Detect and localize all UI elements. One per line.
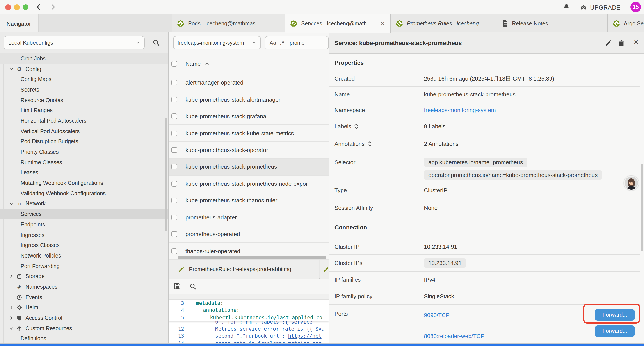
sidebar-item-priority-classes[interactable]: Priority Classes: [0, 147, 168, 157]
search-input[interactable]: Aa .* prome: [265, 36, 329, 49]
table-row[interactable]: kube-prometheus-stack-kube-state-metrics: [169, 125, 329, 142]
chevron-right-icon[interactable]: [9, 316, 14, 320]
row-checkbox[interactable]: [172, 231, 177, 237]
editor-tab-next[interactable]: [320, 260, 329, 279]
editor-tab-prometheusrule[interactable]: PrometheusRule: freeleaps-prod-rabbitmq: [169, 260, 319, 279]
sidebar-search-icon[interactable]: [153, 39, 160, 46]
sidebar-item-validating-webhook-configurations[interactable]: Validating Webhook Configurations: [0, 188, 168, 199]
port-link-9090[interactable]: 9090/TCP: [424, 312, 450, 318]
row-checkbox[interactable]: [172, 181, 177, 187]
sidebar-item-services[interactable]: Services: [0, 209, 168, 219]
sidebar-item-custom-resources[interactable]: Custom Resources: [0, 323, 168, 334]
detail-scrollbar[interactable]: [641, 164, 643, 251]
sidebar-item-helm[interactable]: Helm: [0, 303, 168, 313]
sidebar-item-config[interactable]: ⚙Config: [0, 64, 168, 74]
namespace-select[interactable]: freeleaps-monitoring-system: [173, 36, 261, 49]
close-window-button[interactable]: [5, 4, 11, 10]
tab-pods[interactable]: Pods - icecheng@mathmas...: [172, 14, 285, 32]
chevron-down-icon[interactable]: [9, 202, 14, 206]
row-checkbox[interactable]: [172, 164, 177, 170]
editor-search-icon[interactable]: [190, 283, 196, 289]
connection-row-ip-families: IP families IPv4: [329, 272, 640, 288]
chevron-down-icon[interactable]: [9, 326, 14, 331]
table-row[interactable]: kube-prometheus-stack-thanos-ruler: [169, 192, 329, 209]
sidebar-item-vertical-pod-autoscalers[interactable]: Vertical Pod Autoscalers: [0, 126, 168, 136]
zoom-window-button[interactable]: [23, 4, 28, 10]
sidebar-item-network[interactable]: ↑↓Network: [0, 199, 168, 209]
sidebar-item-access-control[interactable]: Access Control: [0, 313, 168, 323]
horizontal-scrollbar[interactable]: [178, 256, 326, 259]
sidebar-item-cron-jobs[interactable]: Cron Jobs: [0, 53, 168, 64]
forward-button-8080[interactable]: Forward...: [595, 326, 635, 337]
sidebar-item-secrets[interactable]: Secrets: [0, 84, 168, 95]
sidebar-item-events[interactable]: Events: [0, 292, 168, 303]
namespace-link[interactable]: freeleaps-monitoring-system: [424, 107, 496, 113]
row-checkbox[interactable]: [172, 248, 177, 254]
row-checkbox[interactable]: [172, 113, 177, 119]
table-row[interactable]: kube-prometheus-stack-prometheus-node-ex…: [169, 175, 329, 192]
yaml-url-link[interactable]: https://net: [288, 333, 321, 339]
navigator-tree: Cron Jobs ⚙Config Config Maps Secrets Re…: [0, 53, 168, 346]
chevron-down-icon[interactable]: [9, 67, 14, 71]
expand-collapse-icon[interactable]: [368, 141, 372, 146]
sidebar-item-network-policies[interactable]: Network Policies: [0, 251, 168, 261]
row-checkbox[interactable]: [172, 97, 177, 102]
close-icon[interactable]: ✕: [634, 38, 638, 45]
expand-collapse-icon[interactable]: [354, 123, 358, 129]
sidebar-item-runtime-classes[interactable]: Runtime Classes: [0, 157, 168, 168]
sidebar-item-storage[interactable]: Storage: [0, 271, 168, 282]
chevron-right-icon[interactable]: [9, 274, 14, 279]
sidebar-item-ingress-classes[interactable]: Ingress Classes: [0, 240, 168, 251]
chevron-right-icon[interactable]: [9, 306, 14, 310]
sidebar-item-port-forwarding[interactable]: Port Forwarding: [0, 261, 168, 271]
sidebar-item-definitions[interactable]: Definitions: [0, 334, 168, 344]
sidebar-item-namespaces[interactable]: ◈Namespaces: [0, 282, 168, 292]
table-row[interactable]: prometheus-operated: [169, 226, 329, 243]
avatar[interactable]: [624, 176, 639, 191]
sidebar-scrollbar[interactable]: [165, 118, 167, 231]
match-case-toggle[interactable]: Aa: [270, 40, 276, 46]
table-row-selected[interactable]: kube-prometheus-stack-prometheus: [169, 159, 329, 175]
forward-button[interactable]: [49, 3, 57, 11]
sort-ascending-icon[interactable]: [205, 62, 209, 65]
sidebar-item-mutating-webhook-configurations[interactable]: Mutating Webhook Configurations: [0, 178, 168, 188]
notifications-bell-icon[interactable]: [563, 3, 570, 10]
sidebar-item-horizontal-pod-autoscalers[interactable]: Horizontal Pod Autoscalers: [0, 116, 168, 126]
row-checkbox[interactable]: [172, 80, 177, 85]
table-row[interactable]: kube-prometheus-stack-grafana: [169, 108, 329, 125]
notification-count-badge[interactable]: 15: [630, 2, 641, 12]
tab-services[interactable]: Services - icecheng@math... ✕: [285, 14, 390, 33]
table-row[interactable]: prometheus-adapter: [169, 209, 329, 226]
sidebar-item-endpoints[interactable]: Endpoints: [0, 219, 168, 230]
close-tab-icon[interactable]: ✕: [380, 20, 385, 27]
tab-prometheus-rules[interactable]: Prometheus Rules - icecheng...: [390, 14, 497, 32]
tab-argo[interactable]: Argo Se: [608, 14, 644, 32]
tab-navigator[interactable]: Navigator: [0, 14, 38, 33]
sidebar-item-config-maps[interactable]: Config Maps: [0, 74, 168, 84]
minimize-window-button[interactable]: [14, 4, 20, 10]
sidebar-item-limit-ranges[interactable]: Limit Ranges: [0, 105, 168, 116]
regex-toggle[interactable]: .*: [280, 40, 284, 46]
select-all-checkbox[interactable]: [172, 61, 177, 66]
back-button[interactable]: [35, 3, 42, 11]
port-link-8080[interactable]: 8080:reloader-web/TCP: [424, 333, 484, 339]
row-checkbox[interactable]: [172, 214, 177, 220]
sidebar-item-leases[interactable]: Leases: [0, 168, 168, 178]
sidebar-item-pod-disruption-budgets[interactable]: Pod Disruption Budgets: [0, 136, 168, 147]
yaml-editor[interactable]: 3metadata: 4annotations: 5kubectl.kubern…: [169, 300, 329, 343]
table-row[interactable]: kube-prometheus-stack-alertmanager: [169, 91, 329, 108]
edit-pencil-icon[interactable]: [605, 40, 612, 46]
sidebar-item-ingresses[interactable]: Ingresses: [0, 230, 168, 240]
save-icon[interactable]: [174, 283, 180, 290]
trash-icon[interactable]: [618, 40, 625, 46]
table-row[interactable]: kube-prometheus-stack-operator: [169, 142, 329, 159]
tab-release-notes[interactable]: Release Notes: [497, 14, 608, 32]
name-column-header[interactable]: Name: [186, 60, 200, 67]
row-checkbox[interactable]: [172, 147, 177, 153]
sidebar-item-resource-quotas[interactable]: Resource Quotas: [0, 95, 168, 105]
row-checkbox[interactable]: [172, 130, 177, 136]
upgrade-button[interactable]: UPGRADE: [580, 3, 620, 12]
kubeconfig-select[interactable]: Local Kubeconfigs: [4, 36, 145, 49]
row-checkbox[interactable]: [172, 198, 177, 203]
table-row[interactable]: alertmanager-operated: [169, 74, 329, 91]
